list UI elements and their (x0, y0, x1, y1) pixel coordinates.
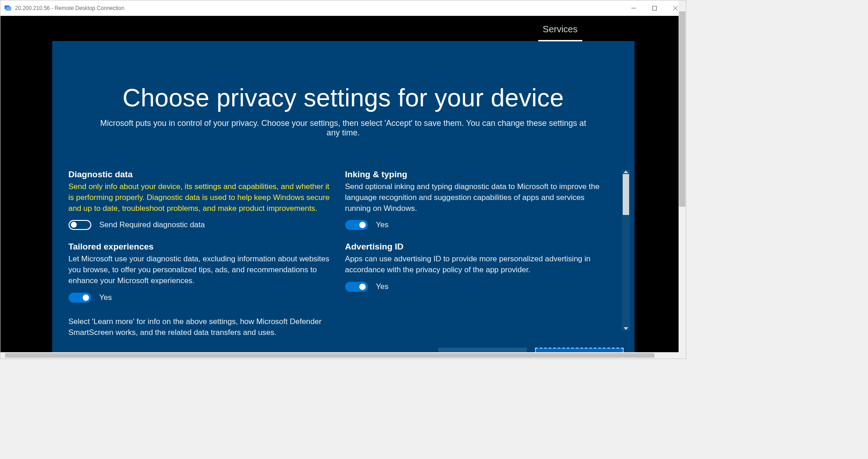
inking-toggle-label: Yes (376, 220, 389, 230)
diagnostic-toggle[interactable] (69, 220, 91, 230)
diagnostic-desc: Send only info about your device, its se… (69, 181, 332, 214)
outer-vscrollbar[interactable] (679, 0, 686, 359)
setting-tailored: Tailored experiences Let Microsoft use y… (69, 242, 332, 302)
setting-inking: Inking & typing Send optional inking and… (345, 170, 608, 230)
advertising-toggle-label: Yes (376, 282, 389, 291)
svg-rect-3 (653, 6, 657, 10)
window-title: 20.200.210.56 - Remote Desktop Connectio… (15, 5, 124, 11)
footer-note: Select 'Learn more' for info on the abov… (69, 316, 332, 339)
settings-area: Diagnostic data Send only info about you… (52, 170, 635, 339)
remote-screen: Services Choose privacy settings for you… (0, 16, 686, 359)
settings-grid: Diagnostic data Send only info about you… (69, 170, 622, 339)
rdc-window: 20.200.210.56 - Remote Desktop Connectio… (0, 0, 686, 359)
setting-advertising: Advertising ID Apps can use advertising … (345, 242, 608, 302)
inking-desc: Send optional inking and typing diagnost… (345, 181, 608, 214)
scroll-down-icon[interactable] (624, 327, 628, 330)
minimize-button[interactable] (623, 0, 644, 16)
tabbar: Services (52, 16, 635, 41)
titlebar: 20.200.210.56 - Remote Desktop Connectio… (0, 0, 686, 16)
heading: Choose privacy settings for your device … (52, 83, 635, 138)
inking-toggle[interactable] (345, 220, 368, 230)
tailored-toggle[interactable] (69, 293, 91, 303)
setting-diagnostic: Diagnostic data Send only info about you… (69, 170, 332, 230)
inking-title: Inking & typing (345, 170, 608, 180)
advertising-toggle[interactable] (345, 282, 368, 292)
outer-vscroll-thumb[interactable] (679, 11, 685, 207)
outer-hscrollbar[interactable] (0, 352, 679, 359)
settings-scrollbar[interactable] (622, 170, 630, 331)
scroll-up-icon[interactable] (624, 170, 628, 173)
page-subtitle: Microsoft puts you in control of your pr… (94, 119, 593, 138)
advertising-title: Advertising ID (345, 242, 608, 252)
tab-services[interactable]: Services (538, 18, 582, 41)
diagnostic-title: Diagnostic data (69, 170, 332, 180)
tailored-title: Tailored experiences (69, 242, 332, 252)
rdc-icon (4, 5, 11, 12)
outer-hscroll-thumb[interactable] (5, 353, 655, 358)
diagnostic-toggle-label: Send Required diagnostic data (99, 220, 205, 230)
svg-rect-1 (6, 7, 11, 10)
scroll-thumb[interactable] (623, 174, 629, 215)
advertising-desc: Apps can use advertising ID to provide m… (345, 254, 608, 275)
page-title: Choose privacy settings for your device (52, 83, 635, 112)
maximize-button[interactable] (644, 0, 665, 16)
tailored-desc: Let Microsoft use your diagnostic data, … (69, 254, 332, 286)
tailored-toggle-label: Yes (99, 293, 112, 302)
window-controls (623, 0, 686, 16)
oobe-panel: Services Choose privacy settings for you… (52, 16, 635, 359)
